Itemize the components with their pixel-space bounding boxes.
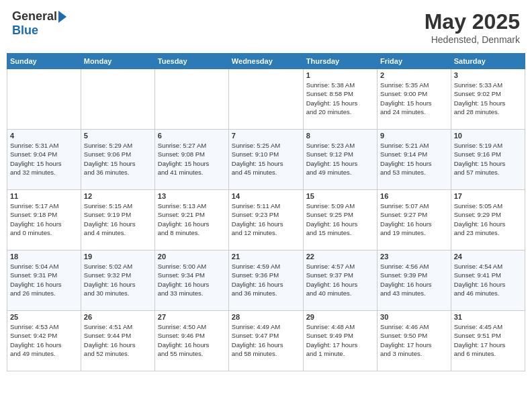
calendar-cell: 10Sunrise: 5:19 AM Sunset: 9:16 PM Dayli… — [451, 130, 525, 190]
calendar-cell — [7, 69, 81, 130]
day-info: Sunrise: 5:21 AM Sunset: 9:14 PM Dayligh… — [380, 141, 448, 177]
day-info: Sunrise: 4:51 AM Sunset: 9:44 PM Dayligh… — [84, 322, 152, 358]
calendar-cell: 28Sunrise: 4:49 AM Sunset: 9:47 PM Dayli… — [228, 311, 303, 371]
logo: General Blue — [12, 9, 66, 38]
day-info: Sunrise: 5:04 AM Sunset: 9:31 PM Dayligh… — [10, 262, 78, 298]
day-info: Sunrise: 4:53 AM Sunset: 9:42 PM Dayligh… — [10, 322, 78, 358]
day-number: 15 — [306, 192, 374, 200]
week-row-2: 4Sunrise: 5:31 AM Sunset: 9:04 PM Daylig… — [7, 130, 525, 190]
column-header-friday: Friday — [378, 54, 451, 69]
calendar-cell: 1Sunrise: 5:38 AM Sunset: 8:58 PM Daylig… — [303, 69, 377, 130]
logo-arrow-icon — [58, 11, 66, 23]
day-number: 16 — [380, 192, 448, 200]
calendar-cell: 25Sunrise: 4:53 AM Sunset: 9:42 PM Dayli… — [7, 311, 81, 371]
day-number: 19 — [84, 253, 152, 261]
calendar-cell: 12Sunrise: 5:15 AM Sunset: 9:19 PM Dayli… — [81, 190, 154, 250]
day-info: Sunrise: 5:17 AM Sunset: 9:18 PM Dayligh… — [10, 201, 78, 237]
calendar-cell: 14Sunrise: 5:11 AM Sunset: 9:23 PM Dayli… — [228, 190, 303, 250]
calendar-cell: 31Sunrise: 4:45 AM Sunset: 9:51 PM Dayli… — [451, 311, 525, 371]
day-info: Sunrise: 4:46 AM Sunset: 9:50 PM Dayligh… — [380, 322, 448, 358]
day-number: 22 — [306, 253, 374, 261]
month-title: May 2025 — [425, 9, 520, 34]
day-info: Sunrise: 5:27 AM Sunset: 9:08 PM Dayligh… — [158, 141, 226, 177]
day-number: 2 — [380, 71, 448, 79]
day-info: Sunrise: 5:31 AM Sunset: 9:04 PM Dayligh… — [10, 141, 78, 177]
day-info: Sunrise: 4:54 AM Sunset: 9:41 PM Dayligh… — [454, 262, 522, 298]
calendar-cell: 19Sunrise: 5:02 AM Sunset: 9:32 PM Dayli… — [81, 250, 154, 311]
day-info: Sunrise: 5:11 AM Sunset: 9:23 PM Dayligh… — [232, 201, 300, 237]
calendar-cell: 22Sunrise: 4:57 AM Sunset: 9:37 PM Dayli… — [303, 250, 377, 311]
day-number: 28 — [232, 313, 300, 321]
day-number: 29 — [306, 313, 374, 321]
day-info: Sunrise: 4:45 AM Sunset: 9:51 PM Dayligh… — [454, 322, 522, 358]
location: Hedensted, Denmark — [425, 34, 520, 45]
column-header-wednesday: Wednesday — [228, 54, 303, 69]
calendar-cell: 2Sunrise: 5:35 AM Sunset: 9:00 PM Daylig… — [378, 69, 451, 130]
title-area: May 2025 Hedensted, Denmark — [425, 9, 520, 45]
day-number: 4 — [10, 132, 78, 140]
day-info: Sunrise: 5:29 AM Sunset: 9:06 PM Dayligh… — [84, 141, 152, 177]
day-number: 21 — [232, 253, 300, 261]
calendar-cell: 11Sunrise: 5:17 AM Sunset: 9:18 PM Dayli… — [7, 190, 81, 250]
calendar-cell: 20Sunrise: 5:00 AM Sunset: 9:34 PM Dayli… — [154, 250, 228, 311]
calendar-cell: 17Sunrise: 5:05 AM Sunset: 9:29 PM Dayli… — [451, 190, 525, 250]
day-info: Sunrise: 5:02 AM Sunset: 9:32 PM Dayligh… — [84, 262, 152, 298]
day-number: 25 — [10, 313, 78, 321]
calendar-cell: 3Sunrise: 5:33 AM Sunset: 9:02 PM Daylig… — [451, 69, 525, 130]
calendar-table: SundayMondayTuesdayWednesdayThursdayFrid… — [7, 53, 525, 371]
day-number: 11 — [10, 192, 78, 200]
calendar-cell — [81, 69, 154, 130]
calendar-cell — [154, 69, 228, 130]
logo-blue: Blue — [12, 24, 38, 38]
day-number: 1 — [306, 71, 374, 79]
day-info: Sunrise: 5:15 AM Sunset: 9:19 PM Dayligh… — [84, 201, 152, 237]
calendar-cell: 4Sunrise: 5:31 AM Sunset: 9:04 PM Daylig… — [7, 130, 81, 190]
calendar-cell: 27Sunrise: 4:50 AM Sunset: 9:46 PM Dayli… — [154, 311, 228, 371]
day-info: Sunrise: 5:35 AM Sunset: 9:00 PM Dayligh… — [380, 81, 448, 116]
calendar-cell: 29Sunrise: 4:48 AM Sunset: 9:49 PM Dayli… — [303, 311, 377, 371]
day-info: Sunrise: 5:00 AM Sunset: 9:34 PM Dayligh… — [158, 262, 226, 298]
week-row-3: 11Sunrise: 5:17 AM Sunset: 9:18 PM Dayli… — [7, 190, 525, 250]
calendar-cell: 7Sunrise: 5:25 AM Sunset: 9:10 PM Daylig… — [228, 130, 303, 190]
calendar-cell: 30Sunrise: 4:46 AM Sunset: 9:50 PM Dayli… — [378, 311, 451, 371]
day-info: Sunrise: 4:57 AM Sunset: 9:37 PM Dayligh… — [306, 262, 374, 298]
calendar-cell: 26Sunrise: 4:51 AM Sunset: 9:44 PM Dayli… — [81, 311, 154, 371]
week-row-1: 1Sunrise: 5:38 AM Sunset: 8:58 PM Daylig… — [7, 69, 525, 130]
day-number: 26 — [84, 313, 152, 321]
calendar-cell: 9Sunrise: 5:21 AM Sunset: 9:14 PM Daylig… — [378, 130, 451, 190]
day-info: Sunrise: 5:13 AM Sunset: 9:21 PM Dayligh… — [158, 201, 226, 237]
day-info: Sunrise: 4:56 AM Sunset: 9:39 PM Dayligh… — [380, 262, 448, 298]
day-info: Sunrise: 5:19 AM Sunset: 9:16 PM Dayligh… — [454, 141, 522, 177]
day-info: Sunrise: 4:50 AM Sunset: 9:46 PM Dayligh… — [158, 322, 226, 358]
calendar-cell: 6Sunrise: 5:27 AM Sunset: 9:08 PM Daylig… — [154, 130, 228, 190]
day-number: 5 — [84, 132, 152, 140]
calendar-cell: 21Sunrise: 4:59 AM Sunset: 9:36 PM Dayli… — [228, 250, 303, 311]
day-number: 10 — [454, 132, 522, 140]
calendar-cell: 15Sunrise: 5:09 AM Sunset: 9:25 PM Dayli… — [303, 190, 377, 250]
day-number: 7 — [232, 132, 300, 140]
day-info: Sunrise: 5:07 AM Sunset: 9:27 PM Dayligh… — [380, 201, 448, 237]
column-header-sunday: Sunday — [7, 54, 81, 69]
day-number: 3 — [454, 71, 522, 79]
day-info: Sunrise: 5:09 AM Sunset: 9:25 PM Dayligh… — [306, 201, 374, 237]
column-header-tuesday: Tuesday — [154, 54, 228, 69]
week-row-4: 18Sunrise: 5:04 AM Sunset: 9:31 PM Dayli… — [7, 250, 525, 311]
logo-general: General — [12, 9, 57, 24]
calendar-cell — [228, 69, 303, 130]
day-number: 27 — [158, 313, 226, 321]
day-number: 30 — [380, 313, 448, 321]
day-number: 6 — [158, 132, 226, 140]
calendar-cell: 16Sunrise: 5:07 AM Sunset: 9:27 PM Dayli… — [378, 190, 451, 250]
day-info: Sunrise: 5:23 AM Sunset: 9:12 PM Dayligh… — [306, 141, 374, 177]
page-header: General Blue May 2025 Hedensted, Denmark — [7, 7, 525, 48]
calendar-cell: 23Sunrise: 4:56 AM Sunset: 9:39 PM Dayli… — [378, 250, 451, 311]
calendar-cell: 13Sunrise: 5:13 AM Sunset: 9:21 PM Dayli… — [154, 190, 228, 250]
day-number: 17 — [454, 192, 522, 200]
column-header-saturday: Saturday — [451, 54, 525, 69]
day-number: 13 — [158, 192, 226, 200]
column-header-thursday: Thursday — [303, 54, 377, 69]
week-row-5: 25Sunrise: 4:53 AM Sunset: 9:42 PM Dayli… — [7, 311, 525, 371]
calendar-cell: 18Sunrise: 5:04 AM Sunset: 9:31 PM Dayli… — [7, 250, 81, 311]
calendar-cell: 5Sunrise: 5:29 AM Sunset: 9:06 PM Daylig… — [81, 130, 154, 190]
column-headers: SundayMondayTuesdayWednesdayThursdayFrid… — [7, 54, 525, 69]
